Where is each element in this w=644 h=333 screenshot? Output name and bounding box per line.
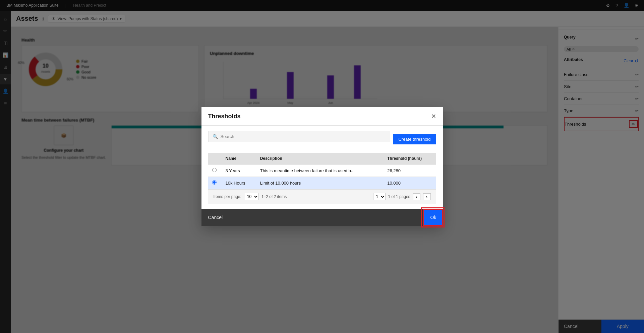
items-per-page-select[interactable]: 10 20 50	[244, 193, 259, 200]
modal-actions: Cancel Ok	[201, 209, 443, 226]
current-page-select[interactable]: 1	[373, 193, 386, 200]
row2-threshold: 10,000	[383, 177, 436, 189]
th-description: Description	[256, 153, 383, 164]
row1-radio-cell[interactable]	[208, 164, 222, 177]
prev-page-button[interactable]: ‹	[413, 193, 420, 200]
modal-footer-bar: Items per page: 10 20 50 1–2 of 2 items …	[208, 189, 436, 204]
modal-ok-button[interactable]: Ok	[423, 209, 443, 226]
row1-description: This is meantime between failure that is…	[256, 164, 383, 177]
row2-radio[interactable]	[212, 180, 217, 185]
th-name: Name	[222, 153, 256, 164]
search-icon: 🔍	[213, 134, 218, 139]
row2-name: 10k Hours	[222, 177, 256, 189]
table-row: 10k Hours Limit of 10,000 hours 10,000	[208, 177, 436, 189]
table-header-row: Name Description Threshold (hours)	[208, 153, 436, 164]
next-page-button[interactable]: ›	[423, 193, 430, 200]
thresholds-modal: Thresholds ✕ 🔍 Create threshold Name Des…	[201, 107, 443, 226]
modal-cancel-button[interactable]: Cancel	[201, 209, 423, 226]
modal-close-button[interactable]: ✕	[431, 113, 436, 120]
modal-body: 🔍 Create threshold Name Description Thre…	[201, 126, 443, 209]
modal-overlay: Thresholds ✕ 🔍 Create threshold Name Des…	[0, 0, 644, 333]
row2-radio-cell[interactable]	[208, 177, 222, 189]
th-select	[208, 153, 222, 164]
total-pages: 1 of 1 pages	[388, 194, 410, 199]
row2-description: Limit of 10,000 hours	[256, 177, 383, 189]
row1-threshold: 26,280	[383, 164, 436, 177]
row1-name: 3 Years	[222, 164, 256, 177]
pagination-info: 1 1 of 1 pages ‹ ›	[373, 193, 431, 200]
create-threshold-button[interactable]: Create threshold	[393, 134, 436, 144]
modal-header: Thresholds ✕	[201, 107, 443, 126]
table-row: 3 Years This is meantime between failure…	[208, 164, 436, 177]
items-per-page-label: Items per page:	[214, 194, 241, 199]
items-range: 1–2 of 2 items	[261, 194, 287, 199]
search-input[interactable]	[221, 134, 386, 139]
thresholds-table: Name Description Threshold (hours) 3 Yea…	[208, 153, 436, 189]
row1-radio[interactable]	[212, 168, 217, 172]
modal-search-container: 🔍	[208, 131, 391, 142]
modal-title: Thresholds	[208, 113, 241, 120]
modal-search-row: 🔍 Create threshold	[208, 131, 436, 147]
th-threshold: Threshold (hours)	[383, 153, 436, 164]
